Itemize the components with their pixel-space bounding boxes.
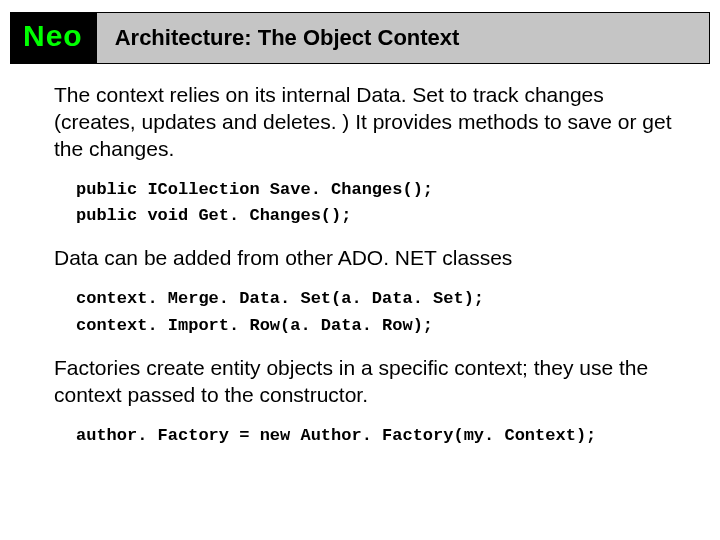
slide-content: The context relies on its internal Data.… (0, 64, 720, 449)
code-line: context. Import. Row(a. Data. Row); (76, 313, 680, 339)
code-block-2: context. Merge. Data. Set(a. Data. Set);… (76, 286, 680, 339)
paragraph-3: Factories create entity objects in a spe… (54, 355, 680, 409)
code-line: public void Get. Changes(); (76, 203, 680, 229)
code-line: author. Factory = new Author. Factory(my… (76, 423, 680, 449)
slide-title: Architecture: The Object Context (97, 13, 709, 63)
slide-header: Neo Architecture: The Object Context (10, 12, 710, 64)
paragraph-1: The context relies on its internal Data.… (54, 82, 680, 163)
code-line: public ICollection Save. Changes(); (76, 177, 680, 203)
neo-logo: Neo (11, 13, 97, 63)
code-block-3: author. Factory = new Author. Factory(my… (76, 423, 680, 449)
code-line: context. Merge. Data. Set(a. Data. Set); (76, 286, 680, 312)
code-block-1: public ICollection Save. Changes(); publ… (76, 177, 680, 230)
paragraph-2: Data can be added from other ADO. NET cl… (54, 245, 680, 272)
